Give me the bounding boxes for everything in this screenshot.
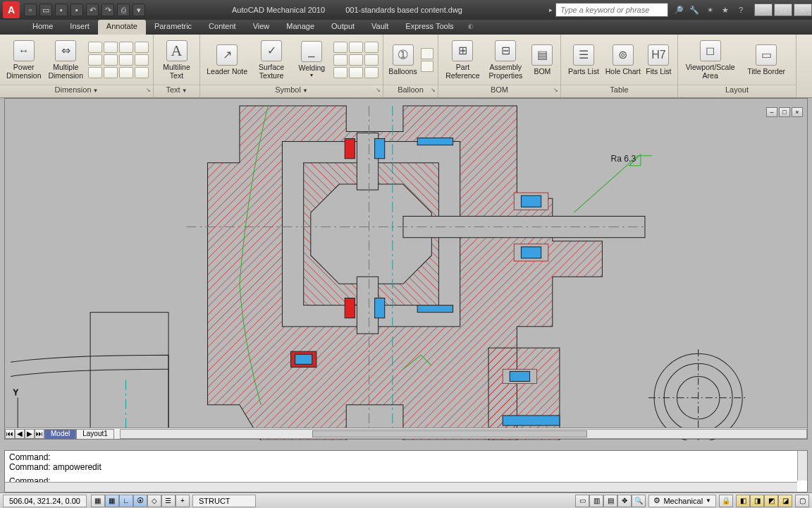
- dim-jogged-icon[interactable]: [135, 54, 149, 66]
- qat-undo-icon[interactable]: ↶: [86, 4, 99, 16]
- maximize-button[interactable]: ☐: [774, 4, 792, 16]
- balloon-renumber-icon[interactable]: [421, 48, 433, 59]
- multiline-text-button[interactable]: A Multiline Text: [158, 39, 195, 81]
- tab-insert[interactable]: Insert: [61, 20, 98, 35]
- balloon-collect-icon[interactable]: [421, 61, 433, 72]
- tab-manage[interactable]: Manage: [278, 20, 323, 35]
- drawing-canvas[interactable]: Ra 6.3 X Y: [5, 99, 807, 440]
- command-hscroll[interactable]: [5, 482, 797, 492]
- title-border-button[interactable]: ▭ Title Border: [741, 39, 792, 81]
- tab-layout1[interactable]: Layout1: [76, 429, 114, 439]
- fits-list-button[interactable]: H7 Fits List: [644, 39, 673, 81]
- app-menu-button[interactable]: A: [3, 1, 20, 18]
- search-input[interactable]: [556, 4, 668, 16]
- tab-output[interactable]: Output: [323, 20, 363, 35]
- minimize-button[interactable]: —: [754, 4, 773, 16]
- command-vscroll[interactable]: [797, 451, 807, 480]
- quickview-drawings-icon[interactable]: ▤: [603, 495, 617, 507]
- comm-center-icon[interactable]: ✶: [703, 4, 716, 16]
- dim-aligned-icon[interactable]: [104, 42, 118, 53]
- feature-control-icon[interactable]: [333, 42, 347, 53]
- panel-text-title[interactable]: Text▼: [154, 85, 199, 97]
- tab-annotate[interactable]: Annotate: [98, 20, 146, 35]
- bom-button[interactable]: ▤ BOM: [529, 39, 556, 81]
- layout-nav-first-icon[interactable]: ⏮: [5, 429, 15, 439]
- ortho-toggle[interactable]: ∟: [119, 495, 133, 507]
- hscroll-thumb[interactable]: [312, 430, 586, 437]
- coordinates-readout[interactable]: 506.04, 321.24, 0.00: [3, 495, 87, 507]
- panel-bom-title[interactable]: BOM ↘: [438, 85, 560, 97]
- qat-print-icon[interactable]: ⎙: [117, 4, 130, 16]
- dim-linear-icon[interactable]: [88, 42, 102, 53]
- part-reference-button[interactable]: ⊞ Part Reference: [443, 39, 483, 81]
- qat-open-icon[interactable]: ▭: [39, 4, 52, 16]
- layout-nav-last-icon[interactable]: ⏭: [35, 429, 44, 439]
- snap-toggle[interactable]: ▦: [91, 495, 105, 507]
- section-icon[interactable]: [364, 67, 379, 78]
- edge-symbol-icon[interactable]: [333, 54, 347, 66]
- dim-diameter-icon[interactable]: [104, 54, 118, 66]
- panel-launcher-icon[interactable]: ↘: [553, 87, 558, 93]
- panel-launcher-icon[interactable]: ↘: [146, 87, 151, 93]
- center-mark-icon[interactable]: [364, 54, 379, 66]
- dim-continue-icon[interactable]: [104, 67, 118, 78]
- qat-new-icon[interactable]: ▫: [24, 4, 37, 16]
- clean-screen-icon[interactable]: ▢: [795, 495, 809, 507]
- dim-break-icon[interactable]: [135, 67, 149, 78]
- datum-id-icon[interactable]: [349, 42, 363, 53]
- marking-icon[interactable]: [333, 67, 347, 78]
- panel-launcher-icon[interactable]: ↘: [376, 87, 381, 93]
- dyn-toggle[interactable]: +: [176, 495, 190, 507]
- tab-vault[interactable]: Vault: [363, 20, 397, 35]
- grid-toggle[interactable]: ▦: [105, 495, 119, 507]
- osnap-toggle[interactable]: ◇: [147, 495, 161, 507]
- command-window[interactable]: Command: Command: ampoweredit Command:: [4, 450, 808, 492]
- panel-launcher-icon[interactable]: ↘: [431, 87, 436, 93]
- tray-item-2[interactable]: ◨: [750, 495, 764, 507]
- favorites-icon[interactable]: ★: [719, 4, 732, 16]
- assembly-properties-button[interactable]: ⊟ Assembly Properties: [486, 39, 526, 81]
- panel-balloon-title[interactable]: Balloon ↘: [383, 85, 438, 97]
- model-paper-toggle[interactable]: ▭: [575, 495, 589, 507]
- qat-save2-icon[interactable]: ▪: [70, 4, 83, 16]
- layout-nav-next-icon[interactable]: ▶: [25, 429, 35, 439]
- dim-angular-icon[interactable]: [119, 42, 133, 53]
- pan-icon[interactable]: ✥: [617, 495, 632, 507]
- taper-icon[interactable]: [349, 54, 363, 66]
- ribbon-toggle-icon[interactable]: ◐: [468, 20, 474, 35]
- drawing-area[interactable]: – □ ×: [4, 98, 808, 440]
- binoculars-icon[interactable]: 🔎: [672, 4, 685, 16]
- hole-chart-button[interactable]: ⊚ Hole Chart: [605, 39, 641, 81]
- polar-toggle[interactable]: ⦿: [133, 495, 147, 507]
- otrack-toggle[interactable]: ☰: [161, 495, 176, 507]
- tab-express[interactable]: Express Tools: [397, 20, 462, 35]
- tray-item-3[interactable]: ◩: [764, 495, 778, 507]
- qat-save-icon[interactable]: ▪: [55, 4, 68, 16]
- tab-content[interactable]: Content: [200, 20, 245, 35]
- power-dimension-button[interactable]: ↔ Power Dimension: [4, 39, 44, 81]
- drawing-hscroll[interactable]: [120, 429, 807, 439]
- layout-nav-prev-icon[interactable]: ◀: [15, 429, 25, 439]
- qat-dropdown-icon[interactable]: ▾: [133, 4, 145, 16]
- tab-view[interactable]: View: [245, 20, 278, 35]
- infocenter-search[interactable]: [555, 3, 668, 17]
- multiple-dimension-button[interactable]: ⇔ Multiple Dimension: [47, 39, 86, 81]
- close-button[interactable]: ✕: [794, 4, 812, 16]
- dim-ordinate-icon[interactable]: [119, 54, 133, 66]
- dim-radius-icon[interactable]: [88, 54, 102, 66]
- toolbar-lock-icon[interactable]: 🔒: [719, 495, 733, 507]
- tray-item-4[interactable]: ◪: [778, 495, 792, 507]
- tab-parametric[interactable]: Parametric: [146, 20, 200, 35]
- dim-chain-icon[interactable]: [119, 67, 133, 78]
- balloons-button[interactable]: ➀ Balloons: [388, 39, 418, 81]
- panel-dimension-title[interactable]: Dimension▼ ↘: [0, 85, 153, 97]
- surface-texture-button[interactable]: ✓ Surface Texture: [252, 39, 290, 81]
- panel-symbol-title[interactable]: Symbol▼ ↘: [200, 85, 383, 97]
- key-icon[interactable]: 🔧: [688, 4, 701, 16]
- zoom-icon[interactable]: 🔍: [632, 495, 646, 507]
- dim-arc-icon[interactable]: [135, 42, 149, 53]
- datum-target-icon[interactable]: [364, 42, 379, 53]
- qat-redo-icon[interactable]: ↷: [102, 4, 114, 16]
- tab-model[interactable]: Model: [44, 429, 76, 439]
- dim-baseline-icon[interactable]: [88, 67, 102, 78]
